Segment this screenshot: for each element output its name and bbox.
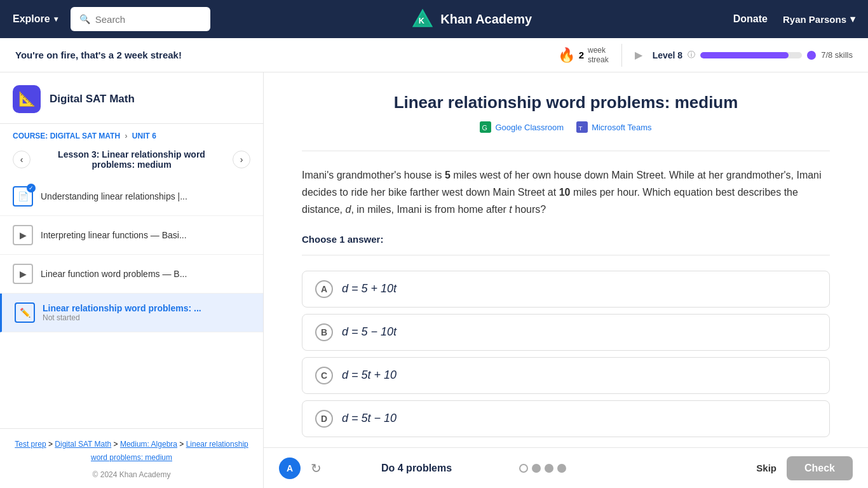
answer-option-d[interactable]: D d = 5t − 10 xyxy=(302,400,830,437)
option-math-a: d = 5 + 10t xyxy=(342,282,397,295)
sidebar-breadcrumb: COURSE: DIGITAL SAT MATH › UNIT 6 xyxy=(0,124,263,147)
refresh-icon[interactable]: ↻ xyxy=(311,461,322,476)
lesson-next-button[interactable]: › xyxy=(233,151,250,168)
lesson-title: Lesson 3: Linear relationship word probl… xyxy=(36,149,227,170)
explore-label: Explore xyxy=(13,13,50,25)
level-label: Level 8 xyxy=(653,50,682,60)
option-math-d: d = 5t − 10 xyxy=(342,412,397,425)
sidebar-footer: Test prep > Digital SAT Math > Medium: A… xyxy=(0,428,263,488)
question-title: Linear relationship word problems: mediu… xyxy=(302,93,830,112)
item-label-understanding: Understanding linear relationships |... xyxy=(41,191,187,201)
sidebar-header: 📐 Digital SAT Math xyxy=(0,72,263,124)
bottom-bar: A ↻ Do 4 problems Skip Check xyxy=(264,447,868,488)
google-classroom-link[interactable]: G Google Classroom xyxy=(480,121,564,133)
search-input[interactable] xyxy=(95,14,201,25)
option-circle-d: D xyxy=(315,410,333,428)
footer-link-digital-sat[interactable]: Digital SAT Math xyxy=(55,440,111,449)
option-circle-b: B xyxy=(315,323,333,341)
sidebar-item-understanding[interactable]: 📄 ✓ Understanding linear relationships |… xyxy=(0,177,263,216)
footer-link-medium-algebra[interactable]: Medium: Algebra xyxy=(120,440,177,449)
item-label-exercise: Linear relationship word problems: ... xyxy=(43,303,201,313)
answer-option-a[interactable]: A d = 5 + 10t xyxy=(302,271,830,308)
svg-text:K: K xyxy=(419,17,424,25)
level-progress-fill xyxy=(700,52,789,58)
flame-icon: 🔥 xyxy=(558,47,575,64)
user-menu[interactable]: Ryan Parsons ▾ xyxy=(783,13,855,25)
sidebar-items: 📄 ✓ Understanding linear relationships |… xyxy=(0,177,263,428)
microsoft-teams-icon: T xyxy=(576,121,588,133)
progress-dot-2 xyxy=(532,464,541,473)
option-math-b: d = 5 − 10t xyxy=(342,325,397,339)
answer-options: A d = 5 + 10t B d = 5 − 10t C d = 5t + 1… xyxy=(302,271,830,437)
svg-text:T: T xyxy=(579,125,583,132)
check-badge-icon: ✓ xyxy=(27,184,36,193)
choose-label: Choose 1 answer: xyxy=(302,234,830,245)
answer-indicator: A xyxy=(279,458,301,479)
logo-area: K Khan Academy xyxy=(223,8,721,30)
explore-chevron-icon: ▾ xyxy=(54,15,58,24)
sidebar: 📐 Digital SAT Math COURSE: DIGITAL SAT M… xyxy=(0,72,264,488)
search-icon: 🔍 xyxy=(79,14,90,24)
sidebar-item-interpreting[interactable]: ▶ Interpreting linear functions — Basi..… xyxy=(0,216,263,255)
streak-right: 🔥 2 week streak ▶ Level 8 ⓘ 7/8 skills xyxy=(558,44,853,67)
item-icon-video2: ▶ xyxy=(13,264,33,284)
microsoft-teams-label: Microsoft Teams xyxy=(592,123,651,132)
item-label-linear-function: Linear function word problems — B... xyxy=(41,269,187,279)
item-icon-article-completed: 📄 ✓ xyxy=(13,186,33,207)
copyright-text: © 2024 Khan Academy xyxy=(13,470,250,479)
skip-button[interactable]: Skip xyxy=(756,463,776,473)
level-dot xyxy=(807,51,816,60)
footer-link-test-prep[interactable]: Test prep xyxy=(15,440,46,449)
question-area: Linear relationship word problems: mediu… xyxy=(264,72,868,447)
google-classroom-icon: G xyxy=(480,121,491,133)
google-classroom-label: Google Classroom xyxy=(495,123,564,132)
option-circle-c: C xyxy=(315,367,333,384)
donate-button[interactable]: Donate xyxy=(733,13,768,25)
problem-text: Imani's grandmother's house is 5 miles w… xyxy=(302,166,830,219)
sidebar-item-linear-function[interactable]: ▶ Linear function word problems — B... xyxy=(0,255,263,294)
divider xyxy=(621,44,622,67)
item-icon-video: ▶ xyxy=(13,225,33,245)
check-button[interactable]: Check xyxy=(787,456,853,480)
sidebar-item-exercise-active[interactable]: ✏️ Linear relationship word problems: ..… xyxy=(0,294,263,332)
lesson-prev-button[interactable]: ‹ xyxy=(13,151,31,168)
breadcrumb-course[interactable]: COURSE: DIGITAL SAT MATH xyxy=(13,132,120,140)
breadcrumb-sep: › xyxy=(125,132,129,140)
progress-dot-3 xyxy=(545,464,553,473)
streak-message: You're on fire, that's a 2 week streak! xyxy=(15,50,558,60)
lesson-nav: ‹ Lesson 3: Linear relationship word pro… xyxy=(0,147,263,177)
answer-option-c[interactable]: C d = 5t + 10 xyxy=(302,357,830,394)
play-icon: ▶ xyxy=(635,49,642,61)
user-chevron-icon: ▾ xyxy=(850,13,855,25)
progress-dot-4 xyxy=(557,464,566,473)
khan-academy-logo-icon: K xyxy=(411,8,434,30)
option-math-c: d = 5t + 10 xyxy=(342,369,397,382)
streak-unit: week xyxy=(588,46,609,55)
streak-bar: You're on fire, that's a 2 week streak! … xyxy=(0,38,868,72)
streak-number: 2 xyxy=(579,50,584,60)
divider-answer-top xyxy=(302,255,830,255)
course-icon: 📐 xyxy=(13,85,41,113)
logo-text: Khan Academy xyxy=(440,12,532,27)
footer-breadcrumbs: Test prep > Digital SAT Math > Medium: A… xyxy=(13,438,250,465)
level-area: Level 8 ⓘ 7/8 skills xyxy=(653,50,853,60)
breadcrumb-unit[interactable]: UNIT 6 xyxy=(132,132,156,140)
search-bar: 🔍 xyxy=(71,7,210,31)
info-icon: ⓘ xyxy=(688,50,695,60)
navbar: Explore ▾ 🔍 K Khan Academy Donate Ryan P… xyxy=(0,0,868,38)
streak-counter: 🔥 2 week streak xyxy=(558,46,609,64)
microsoft-teams-link[interactable]: T Microsoft Teams xyxy=(576,121,651,133)
share-links: G Google Classroom T Microsoft Teams xyxy=(302,121,830,133)
progress-dots xyxy=(519,464,566,473)
option-circle-a: A xyxy=(315,280,333,298)
streak-unit2: streak xyxy=(588,55,609,64)
skills-count: 7/8 skills xyxy=(821,50,853,60)
item-sublabel-exercise: Not started xyxy=(43,313,201,322)
explore-menu[interactable]: Explore ▾ xyxy=(13,13,58,25)
answer-option-b[interactable]: B d = 5 − 10t xyxy=(302,314,830,351)
item-label-interpreting: Interpreting linear functions — Basi... xyxy=(41,230,187,240)
do-problems-label: Do 4 problems xyxy=(322,463,512,474)
progress-dot-1 xyxy=(519,464,528,473)
nav-right: Donate Ryan Parsons ▾ xyxy=(733,13,855,25)
item-icon-exercise: ✏️ xyxy=(15,302,35,323)
